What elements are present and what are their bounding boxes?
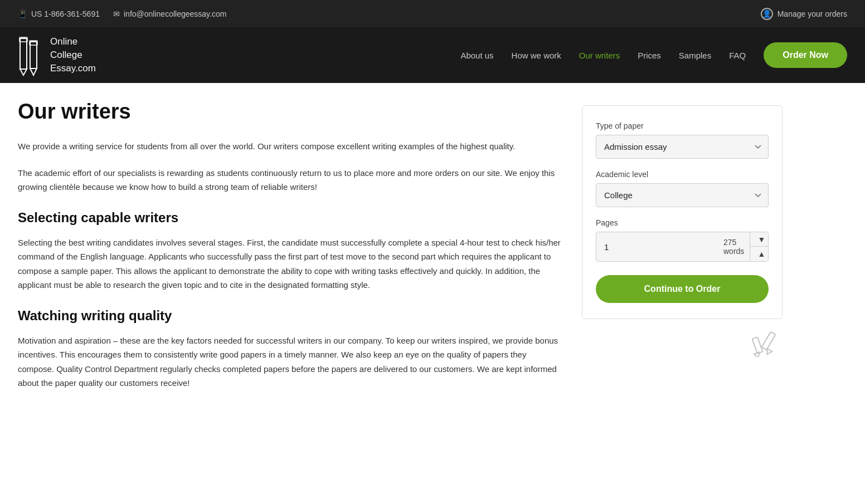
user-icon: 👤 xyxy=(761,8,773,20)
top-bar-contacts: US 1-866-361-5691 info@onlinecollegeessa… xyxy=(18,9,226,18)
logo-pencils-icon xyxy=(18,33,42,77)
svg-rect-8 xyxy=(752,337,763,354)
svg-rect-3 xyxy=(30,42,37,68)
academic-level-label: Academic level xyxy=(596,170,769,179)
main-content: Our writers We provide a writing service… xyxy=(18,100,564,390)
manage-orders-label: Manage your orders xyxy=(777,9,847,18)
intro-paragraph-2: The academic effort of our specialists i… xyxy=(18,166,564,194)
nav-prices[interactable]: Prices xyxy=(638,51,661,60)
section1-text: Selecting the best writing candidates in… xyxy=(18,236,564,292)
phone-item: US 1-866-361-5691 xyxy=(18,9,100,18)
order-now-button[interactable]: Order Now xyxy=(764,42,847,68)
nav-our-writers[interactable]: Our writers xyxy=(579,51,620,60)
section1-title: Selecting capable writers xyxy=(18,210,564,226)
nav-faq[interactable]: FAQ xyxy=(729,51,746,60)
sidebar: Type of paper Admission essay Essay Rese… xyxy=(582,100,783,390)
pages-increment-button[interactable]: ▲ xyxy=(750,247,769,261)
phone-icon xyxy=(18,9,27,18)
svg-marker-4 xyxy=(30,68,37,75)
type-of-paper-select[interactable]: Admission essay Essay Research Paper Ter… xyxy=(596,135,769,159)
email-item: info@onlinecollegeessay.com xyxy=(113,9,226,18)
main-nav: About us How we work Our writers Prices … xyxy=(460,42,847,68)
pages-row: 275 words ▼ ▲ xyxy=(596,232,769,262)
nav-samples[interactable]: Samples xyxy=(679,51,711,60)
pages-words: 275 words xyxy=(718,238,750,256)
nav-about[interactable]: About us xyxy=(460,51,493,60)
continue-to-order-button[interactable]: Continue to Order xyxy=(596,275,769,303)
pages-input[interactable] xyxy=(596,236,718,258)
phone-number: US 1-866-361-5691 xyxy=(31,9,100,18)
type-of-paper-label: Type of paper xyxy=(596,121,769,130)
top-bar: US 1-866-361-5691 info@onlinecollegeessa… xyxy=(0,0,865,27)
intro-paragraph-1: We provide a writing service for student… xyxy=(18,139,564,154)
logo[interactable]: Online College Essay.com xyxy=(18,33,96,77)
section2-title: Watching writing quality xyxy=(18,308,564,324)
page-title: Our writers xyxy=(18,100,564,124)
svg-marker-1 xyxy=(20,69,27,75)
mail-icon xyxy=(113,9,120,18)
pages-label: Pages xyxy=(596,218,769,227)
svg-rect-6 xyxy=(762,332,776,350)
header: Online College Essay.com About us How we… xyxy=(0,27,865,83)
order-form: Type of paper Admission essay Essay Rese… xyxy=(582,105,783,319)
logo-text: Online College Essay.com xyxy=(50,35,96,75)
main-wrapper: Our writers We provide a writing service… xyxy=(0,83,865,424)
manage-orders-link[interactable]: 👤 Manage your orders xyxy=(761,8,847,20)
academic-level-select[interactable]: College High School University Master's … xyxy=(596,183,769,207)
pages-controls: ▼ ▲ xyxy=(750,232,769,261)
pencil-decoration xyxy=(582,329,783,357)
pages-decrement-button[interactable]: ▼ xyxy=(750,232,769,247)
pencil-deco-icon xyxy=(749,329,783,357)
svg-rect-0 xyxy=(20,38,27,69)
section2-text: Motivation and aspiration – these are th… xyxy=(18,334,564,390)
nav-how-we-work[interactable]: How we work xyxy=(512,51,561,60)
email-address: info@onlinecollegeessay.com xyxy=(124,9,226,18)
